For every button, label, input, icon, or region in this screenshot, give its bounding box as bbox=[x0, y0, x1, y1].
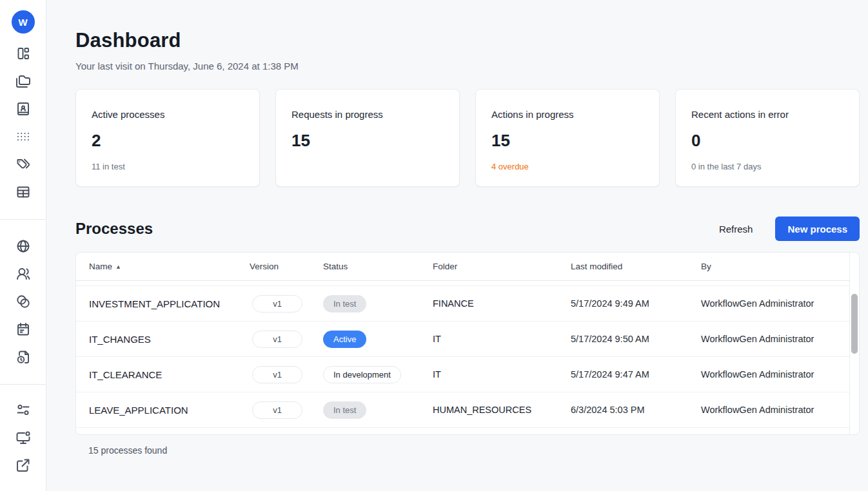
process-name: INVESTMENT_APPLICATION bbox=[89, 298, 250, 309]
sidebar-item-categories[interactable] bbox=[15, 157, 31, 172]
version-pill[interactable]: v1 bbox=[252, 401, 302, 419]
sidebar-item-history[interactable] bbox=[15, 349, 31, 365]
dashboard-layout-icon bbox=[15, 46, 31, 61]
card-actions-in-progress[interactable]: Actions in progress 15 4 overdue bbox=[475, 89, 660, 187]
table-row[interactable]: IT_CLEARANCE v1 In development IT 5/17/2… bbox=[76, 357, 859, 392]
card-note bbox=[291, 162, 444, 171]
status-badge: In test bbox=[323, 401, 366, 419]
version-pill[interactable]: v1 bbox=[252, 366, 302, 383]
processes-table: Name▲ Version Status Folder Last modifie… bbox=[75, 252, 860, 435]
sidebar: W bbox=[0, 0, 46, 491]
version-pill[interactable]: v1 bbox=[252, 295, 302, 313]
process-name: IT_CLEARANCE bbox=[89, 369, 250, 380]
process-name: IT_CHANGES bbox=[89, 334, 250, 345]
card-note-overdue: 4 overdue bbox=[491, 162, 644, 171]
monitor-dot-icon bbox=[15, 430, 31, 445]
new-process-button[interactable]: New process bbox=[775, 217, 860, 241]
column-header-status[interactable]: Status bbox=[323, 262, 433, 271]
processes-count-text: 15 processes found bbox=[75, 445, 860, 456]
card-title: Recent actions in error bbox=[691, 109, 843, 120]
card-title: Actions in progress bbox=[491, 109, 644, 120]
sidebar-item-applications[interactable] bbox=[15, 129, 31, 144]
main-content: Dashboard Your last visit on Thursday, J… bbox=[46, 29, 868, 456]
last-modified-cell: 5/17/2024 9:47 AM bbox=[571, 369, 701, 380]
status-badge: In test bbox=[323, 295, 366, 313]
table-row[interactable]: INVESTMENT_APPLICATION v1 In test FINANC… bbox=[76, 286, 859, 322]
by-cell: WorkflowGen Administrator bbox=[701, 405, 849, 415]
sort-ascending-icon: ▲ bbox=[115, 264, 121, 270]
folder-cell: FINANCE bbox=[433, 298, 571, 309]
sidebar-item-users[interactable] bbox=[15, 266, 31, 282]
sidebar-item-open-portal[interactable] bbox=[15, 457, 31, 473]
card-value: 15 bbox=[491, 131, 644, 151]
external-link-icon bbox=[15, 457, 31, 473]
sidebar-item-folders[interactable] bbox=[15, 73, 31, 89]
workspace-avatar[interactable]: W bbox=[12, 10, 35, 34]
page-title: Dashboard bbox=[75, 29, 860, 52]
card-title: Requests in progress bbox=[291, 109, 444, 120]
sidebar-item-data[interactable] bbox=[15, 184, 31, 200]
address-book-icon bbox=[15, 101, 31, 117]
sidebar-item-calendar[interactable] bbox=[15, 322, 31, 337]
status-badge: In development bbox=[323, 366, 401, 383]
processes-section-header: Processes Refresh New process bbox=[75, 217, 860, 241]
card-recent-actions-in-error[interactable]: Recent actions in error 0 0 in the last … bbox=[675, 89, 860, 187]
folder-cell: IT bbox=[433, 334, 571, 344]
card-title: Active processes bbox=[92, 109, 244, 120]
sidebar-item-directory[interactable] bbox=[15, 101, 31, 117]
table-scrollbar-thumb[interactable] bbox=[851, 294, 858, 354]
by-cell: WorkflowGen Administrator bbox=[701, 369, 849, 380]
card-note: 11 in test bbox=[92, 162, 244, 171]
table-row[interactable]: LEAVE_APPLICATION v1 In test HUMAN_RESOU… bbox=[76, 392, 859, 428]
status-badge: Active bbox=[323, 331, 366, 348]
sidebar-item-roles[interactable] bbox=[15, 294, 31, 309]
sidebar-item-dashboard[interactable] bbox=[15, 46, 31, 61]
sliders-icon bbox=[15, 402, 31, 418]
card-value: 2 bbox=[92, 131, 244, 151]
table-icon bbox=[15, 184, 31, 200]
by-cell: WorkflowGen Administrator bbox=[701, 334, 849, 344]
file-clock-icon bbox=[15, 349, 31, 365]
partial-row-above bbox=[76, 281, 859, 286]
card-note: 0 in the last 7 days bbox=[691, 162, 843, 171]
table-row[interactable]: IT_CHANGES v1 Active IT 5/17/2024 9:50 A… bbox=[76, 322, 859, 357]
by-cell: WorkflowGen Administrator bbox=[701, 298, 849, 309]
version-pill[interactable]: v1 bbox=[252, 331, 302, 348]
card-value: 0 bbox=[691, 131, 843, 151]
column-label: Name bbox=[89, 262, 112, 271]
last-modified-cell: 5/17/2024 9:50 AM bbox=[571, 334, 701, 344]
processes-title: Processes bbox=[75, 220, 715, 238]
sidebar-item-settings[interactable] bbox=[15, 402, 31, 418]
last-modified-cell: 6/3/2024 5:03 PM bbox=[571, 405, 701, 415]
sidebar-item-devices[interactable] bbox=[15, 430, 31, 445]
table-header-row: Name▲ Version Status Folder Last modifie… bbox=[76, 253, 859, 281]
tags-icon bbox=[15, 157, 31, 172]
last-visit-text: Your last visit on Thursday, June 6, 202… bbox=[75, 61, 860, 72]
apps-grid-icon bbox=[15, 129, 31, 144]
folder-cell: HUMAN_RESOURCES bbox=[433, 405, 571, 415]
sidebar-item-global[interactable] bbox=[15, 238, 31, 254]
column-header-version[interactable]: Version bbox=[250, 262, 323, 271]
calendar-icon bbox=[15, 322, 31, 337]
refresh-button[interactable]: Refresh bbox=[715, 223, 757, 235]
folders-icon bbox=[15, 73, 31, 89]
column-header-by[interactable]: By bbox=[701, 262, 849, 271]
table-scrollbar-track[interactable] bbox=[849, 253, 859, 434]
users-icon bbox=[15, 266, 31, 282]
folder-cell: IT bbox=[433, 369, 571, 380]
overlapping-circles-icon bbox=[15, 294, 31, 309]
last-modified-cell: 5/17/2024 9:49 AM bbox=[571, 298, 701, 309]
card-active-processes[interactable]: Active processes 2 11 in test bbox=[75, 89, 260, 187]
card-value: 15 bbox=[291, 131, 444, 151]
globe-icon bbox=[15, 238, 31, 254]
process-name: LEAVE_APPLICATION bbox=[89, 405, 250, 416]
card-requests-in-progress[interactable]: Requests in progress 15 bbox=[275, 89, 460, 187]
column-header-name[interactable]: Name▲ bbox=[89, 262, 250, 271]
column-header-folder[interactable]: Folder bbox=[433, 262, 571, 271]
stat-cards: Active processes 2 11 in test Requests i… bbox=[75, 89, 860, 187]
column-header-last-modified[interactable]: Last modified bbox=[571, 262, 701, 271]
